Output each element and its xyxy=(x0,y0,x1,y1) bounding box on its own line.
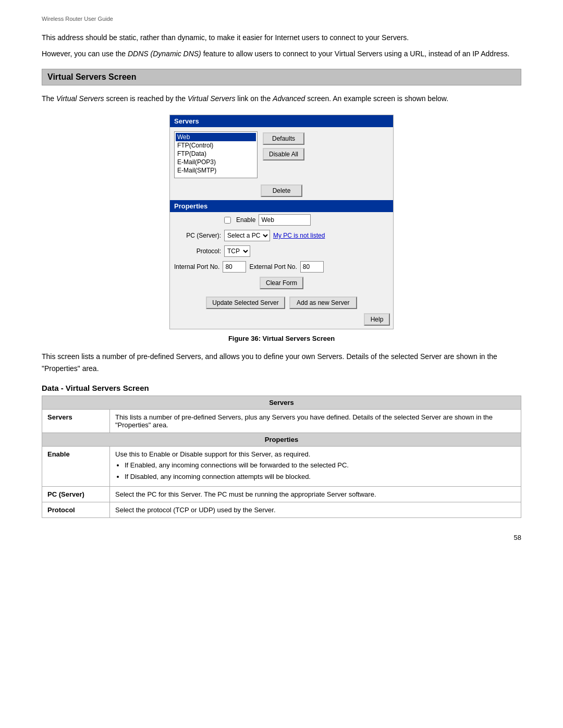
pc-server-select[interactable]: Select a PC xyxy=(224,230,270,241)
properties-section-row: Properties xyxy=(42,433,521,447)
internal-port-input[interactable] xyxy=(223,261,246,273)
help-row: Help xyxy=(170,311,393,329)
protocol-label-cell: Protocol xyxy=(42,502,110,518)
bottom-buttons-row: Update Selected Server Add as new Server xyxy=(170,293,393,311)
section2-heading: Data - Virtual Servers Screen xyxy=(42,384,521,392)
server-item-ftpdata[interactable]: FTP(Data) xyxy=(176,150,256,158)
protocol-value-cell: Select the protocol (TCP or UDP) used by… xyxy=(110,502,521,518)
enable-text-label: Enable xyxy=(236,216,255,224)
intro-para1: This address should be static, rather th… xyxy=(42,32,521,43)
pc-server-label: PC (Server): xyxy=(174,232,221,239)
delete-row: Delete xyxy=(170,182,393,200)
servers-panel-header: Servers xyxy=(170,115,393,127)
page-number: 58 xyxy=(42,534,521,541)
pc-server-data-row: PC (Server) Select the PC for this Serve… xyxy=(42,487,521,502)
protocol-row: Protocol: TCP UDP xyxy=(170,243,393,259)
external-port-input[interactable] xyxy=(300,261,324,273)
enable-label-cell: Enable xyxy=(42,447,110,487)
ddns-italic: DDNS (Dynamic DNS) xyxy=(128,50,201,58)
update-selected-button[interactable]: Update Selected Server xyxy=(206,297,285,309)
servers-list-wrap: Web FTP(Control) FTP(Data) E-Mail(POP3) … xyxy=(174,131,258,178)
server-item-web[interactable]: Web xyxy=(176,133,256,141)
section1-body: The Virtual Servers screen is reached by… xyxy=(42,93,521,104)
internal-port-label: Internal Port No. xyxy=(174,263,219,270)
properties-section-header: Properties xyxy=(42,433,521,447)
pc-server-value-cell: Select the PC for this Server. The PC mu… xyxy=(110,487,521,502)
enable-bullet-1: If Enabled, any incoming connections wil… xyxy=(125,460,516,471)
enable-bullet-2: If Disabled, any incoming connection att… xyxy=(125,472,516,482)
disable-all-button[interactable]: Disable All xyxy=(263,148,304,161)
intro-para2: However, you can use the DDNS (Dynamic D… xyxy=(42,48,521,59)
port-row: Internal Port No. External Port No. xyxy=(170,259,393,275)
server-item-emailpop3[interactable]: E-Mail(POP3) xyxy=(176,158,256,166)
servers-value: This lists a number of pre-defined Serve… xyxy=(110,410,521,433)
server-name-input[interactable] xyxy=(259,214,311,226)
pc-server-row: PC (Server): Select a PC My PC is not li… xyxy=(170,228,393,243)
protocol-data-row: Protocol Select the protocol (TCP or UDP… xyxy=(42,502,521,518)
enable-checkbox[interactable] xyxy=(224,217,231,224)
server-side-buttons: Defaults Disable All xyxy=(263,131,304,178)
servers-label: Servers xyxy=(42,410,110,433)
intro-para2-suffix: feature to allow users to connect to you… xyxy=(201,50,510,58)
panel-container: Servers Web FTP(Control) FTP(Data) E-Mai… xyxy=(42,115,521,329)
external-port-label: External Port No. xyxy=(249,263,297,270)
delete-button[interactable]: Delete xyxy=(261,184,302,197)
add-new-server-button[interactable]: Add as new Server xyxy=(289,297,357,309)
servers-body: Web FTP(Control) FTP(Data) E-Mail(POP3) … xyxy=(170,127,393,182)
server-item-emailsmtp[interactable]: E-Mail(SMTP) xyxy=(176,166,256,175)
enable-bullet-list: If Enabled, any incoming connections wil… xyxy=(125,460,516,482)
protocol-select[interactable]: TCP UDP xyxy=(224,245,250,257)
data-table: Servers Servers This lists a number of p… xyxy=(42,396,521,518)
pc-server-label-cell: PC (Server) xyxy=(42,487,110,502)
section1-heading: Virtual Servers Screen xyxy=(42,69,521,85)
defaults-button[interactable]: Defaults xyxy=(263,132,304,145)
protocol-label: Protocol: xyxy=(174,248,221,255)
pc-not-listed-link[interactable]: My PC is not listed xyxy=(273,232,325,239)
servers-section-header: Servers xyxy=(42,396,521,410)
virtual-servers-panel: Servers Web FTP(Control) FTP(Data) E-Mai… xyxy=(169,115,394,329)
doc-title: Wireless Router User Guide xyxy=(42,16,113,22)
clear-form-button[interactable]: Clear Form xyxy=(260,277,303,289)
enable-value-cell: Use this to Enable or Disable support fo… xyxy=(110,447,521,487)
figure-description: This screen lists a number of pre-define… xyxy=(42,351,521,374)
enable-row: Enable xyxy=(170,212,393,228)
document-header: Wireless Router User Guide xyxy=(42,16,521,22)
clear-form-row: Clear Form xyxy=(170,275,393,293)
properties-panel-header: Properties xyxy=(170,200,393,212)
help-button[interactable]: Help xyxy=(364,313,390,326)
servers-section-row: Servers xyxy=(42,396,521,410)
server-item-ftpcontrol[interactable]: FTP(Control) xyxy=(176,141,256,150)
enable-data-row: Enable Use this to Enable or Disable sup… xyxy=(42,447,521,487)
servers-data-row: Servers This lists a number of pre-defin… xyxy=(42,410,521,433)
servers-listbox[interactable]: Web FTP(Control) FTP(Data) E-Mail(POP3) … xyxy=(174,131,258,178)
figure-caption: Figure 36: Virtual Servers Screen xyxy=(42,335,521,342)
enable-value-text: Use this to Enable or Disable support fo… xyxy=(115,450,310,458)
